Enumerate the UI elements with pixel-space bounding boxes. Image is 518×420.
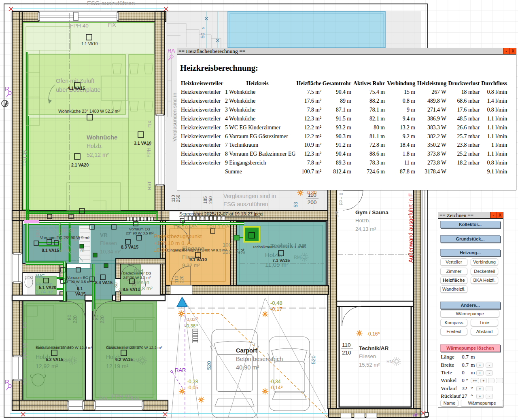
svg-text:520: 520 — [206, 361, 212, 370]
svg-text:220: 220 — [179, 276, 184, 283]
svg-text:-0,14: -0,14 — [270, 385, 281, 390]
svg-text:Beton besenstrich: Beton besenstrich — [236, 356, 283, 362]
svg-text:250: 250 — [208, 196, 213, 204]
svg-text:220: 220 — [100, 315, 105, 323]
svg-text:Außenwand ausgeführt in F: Außenwand ausgeführt in F — [408, 193, 414, 263]
svg-text:-0,16: -0,16 — [367, 331, 378, 337]
svg-text:D/K: D/K — [23, 377, 28, 385]
svg-text:-0,48: -0,48 — [270, 300, 282, 306]
svg-text:FPH 95: FPH 95 — [23, 342, 28, 359]
svg-text:FIX: FIX — [132, 395, 140, 401]
svg-text:12,19 m²: 12,19 m² — [106, 363, 129, 369]
svg-text:4,8 m²: 4,8 m² — [138, 285, 153, 291]
svg-text:-0,03: -0,03 — [185, 317, 195, 322]
svg-text:D/K: D/K — [99, 395, 108, 401]
svg-text:250: 250 — [176, 195, 180, 202]
svg-text:5: 5 — [281, 385, 283, 388]
svg-text:-0,34: -0,34 — [270, 379, 281, 384]
svg-text:80: 80 — [94, 314, 100, 320]
svg-text:100: 100 — [223, 242, 231, 248]
svg-text:±0,00: ±0,00 — [154, 247, 168, 253]
svg-text:200: 200 — [308, 199, 317, 205]
svg-text:D/K: D/K — [334, 210, 339, 217]
svg-text:Kinderzimmer 23° 380 W 12.9 m²: Kinderzimmer 23° 380 W 12.9 m² — [36, 345, 93, 350]
svg-text:RA: RA — [168, 48, 175, 54]
svg-text:5.2 VA15: 5.2 VA15 — [46, 357, 63, 362]
svg-text:4.1 VA15: 4.1 VA15 — [68, 86, 85, 91]
svg-text:FIX: FIX — [23, 321, 28, 328]
svg-text:D/K: D/K — [189, 223, 197, 229]
svg-text:52,12 m²: 52,12 m² — [87, 152, 109, 158]
svg-text:Holzb.: Holzb. — [355, 217, 370, 224]
svg-text:R: R — [5, 378, 9, 385]
svg-text:Bad: Bad — [134, 268, 144, 274]
svg-text:FPH 0: FPH 0 — [146, 144, 152, 158]
svg-text:15,52 m²: 15,52 m² — [359, 362, 380, 368]
svg-text:RM: RM — [132, 358, 139, 363]
svg-text:VR: VR — [100, 232, 108, 238]
svg-text:RM: RM — [63, 358, 70, 363]
svg-text:Fliesen: Fliesen — [100, 240, 117, 246]
svg-text:100: 100 — [35, 230, 40, 238]
svg-text:RM: RM — [294, 255, 301, 260]
svg-text:Technik/AR: Technik/AR — [359, 345, 389, 351]
svg-text:5: 5 — [196, 317, 198, 320]
svg-text:110: 110 — [342, 342, 351, 348]
svg-text:8.3 VA15: 8.3 VA15 — [121, 245, 138, 249]
svg-text:24: 24 — [240, 248, 246, 254]
svg-text:FIX: FIX — [108, 22, 116, 28]
svg-text:1,74 m²: 1,74 m² — [36, 289, 54, 295]
svg-text:Gästezimmer 23° 370 W 12.2 m²: Gästezimmer 23° 370 W 12.2 m² — [106, 345, 162, 350]
svg-text:2.1 VA20: 2.1 VA20 — [71, 163, 89, 167]
svg-text:6.1: 6.1 — [77, 286, 83, 291]
svg-text:210: 210 — [342, 350, 351, 356]
svg-text:Verglasungen sind in: Verglasungen sind in — [223, 193, 276, 199]
svg-text:9,32 m²: 9,32 m² — [182, 262, 200, 268]
svg-text:Holzb.: Holzb. — [265, 251, 282, 258]
svg-text:-0,30: -0,30 — [306, 190, 317, 196]
svg-text:520: 520 — [310, 355, 316, 364]
svg-text:FPH 40: FPH 40 — [70, 23, 89, 29]
svg-text:HST: HST — [147, 181, 152, 190]
svg-text:FPH 95: FPH 95 — [22, 150, 28, 167]
svg-text:5: 5 — [201, 27, 205, 29]
svg-text:-0,17: -0,17 — [270, 306, 282, 312]
svg-text:185: 185 — [203, 196, 208, 204]
svg-text:50: 50 — [200, 33, 206, 38]
svg-text:24,13 m²: 24,13 m² — [355, 226, 376, 232]
svg-text:Screenshot 2025-12-07 at 19.13: Screenshot 2025-12-07 at 19.13.27.jpeg — [179, 211, 263, 216]
svg-text:FPH 0: FPH 0 — [339, 193, 344, 205]
svg-text:Holzb.: Holzb. — [87, 143, 103, 149]
svg-text:11,09 m²: 11,09 m² — [265, 261, 289, 268]
svg-text:53: 53 — [293, 202, 299, 207]
svg-text:RAR: RAR — [175, 367, 186, 373]
svg-text:220: 220 — [223, 249, 231, 255]
svg-text:FPH 0: FPH 0 — [174, 224, 188, 230]
svg-text:Projektbezugspunkt: Projektbezugspunkt — [154, 233, 202, 239]
svg-text:12,92 m²: 12,92 m² — [36, 363, 58, 369]
svg-text:40,90 m²: 40,90 m² — [236, 364, 259, 371]
svg-text:110: 110 — [171, 195, 176, 202]
svg-text:ESG auszuführen: ESG auszuführen — [87, 0, 135, 6]
svg-text:Technik / AR: Technik / AR — [270, 242, 306, 249]
svg-text:FPH 0: FPH 0 — [206, 224, 220, 230]
svg-text:Gym / Sauna: Gym / Sauna — [355, 209, 388, 215]
svg-text:80: 80 — [67, 314, 72, 320]
svg-text:220: 220 — [118, 288, 123, 296]
svg-text:6.2 VA15: 6.2 VA15 — [115, 357, 133, 362]
svg-text:Fliesen: Fliesen — [359, 353, 376, 359]
svg-text:23° 90 W 3.5 m²: 23° 90 W 3.5 m² — [64, 279, 92, 284]
svg-text:18 St: 18 St — [60, 227, 74, 234]
svg-text:FPH 95: FPH 95 — [111, 393, 132, 400]
svg-text:VA15: VA15 — [75, 291, 86, 296]
svg-text:10,34 m²: 10,34 m² — [100, 249, 121, 255]
svg-text:-0,05: -0,05 — [187, 385, 198, 390]
svg-text:23° 90 W 3.5 m²: 23° 90 W 3.5 m² — [126, 231, 154, 235]
svg-text:-0,28: -0,28 — [187, 379, 198, 384]
svg-text:8.1 VA15: 8.1 VA15 — [42, 248, 59, 253]
svg-text:220: 220 — [72, 315, 78, 323]
svg-text:ESG auszuführen: ESG auszuführen — [223, 201, 268, 207]
svg-text:-0,38: -0,38 — [185, 323, 195, 328]
svg-text:9.1 VA10: 9.1 VA10 — [189, 257, 207, 262]
svg-text:5: 5 — [378, 331, 380, 335]
